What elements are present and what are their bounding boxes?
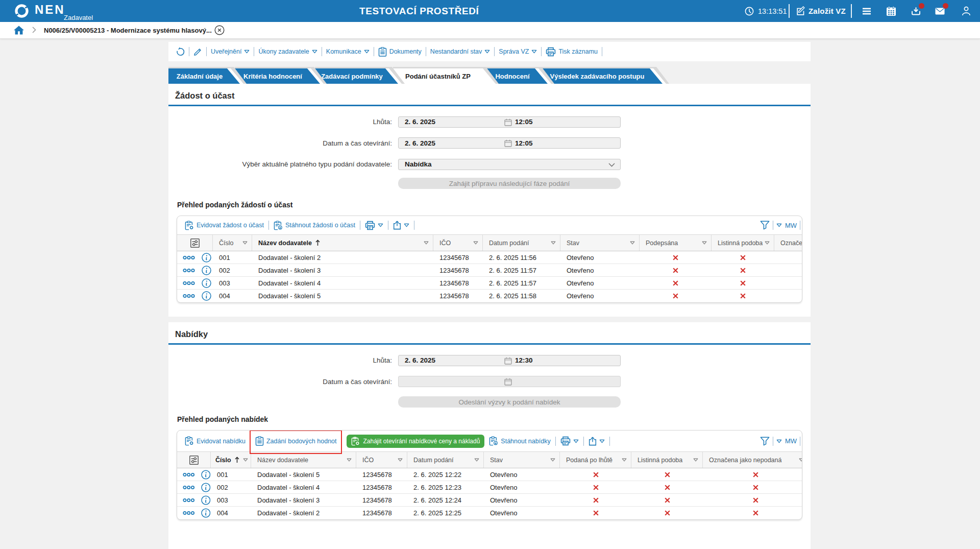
info-icon[interactable] [202, 253, 211, 262]
info-icon[interactable] [201, 483, 211, 492]
filter-caret-icon[interactable] [474, 458, 479, 462]
filter-caret-icon[interactable] [242, 241, 248, 245]
row-actions-icon[interactable] [183, 268, 195, 273]
home-icon[interactable] [14, 26, 24, 35]
filter-caret-icon[interactable] [630, 241, 635, 245]
filter-caret-icon[interactable] [347, 458, 352, 462]
start-next-phase-button[interactable]: Zahájit přípravu následující fáze podání [398, 178, 621, 189]
header-datum-podani[interactable]: Datum podání [483, 235, 560, 251]
menu-nestandardni-stav[interactable]: Nestandardní stav [430, 48, 490, 55]
header-podepsana[interactable]: Podepsána [640, 235, 712, 251]
filter-icon[interactable] [760, 221, 770, 230]
filter-caret-icon[interactable] [622, 458, 627, 462]
export-button[interactable] [589, 437, 605, 446]
download-offers-button[interactable]: Stáhnout nabídky [489, 436, 550, 446]
filter-caret-icon[interactable] [550, 458, 555, 462]
column-settings-header[interactable] [177, 235, 213, 251]
header-nazev-dodavatele[interactable]: Název dodavatele [252, 235, 433, 251]
close-breadcrumb-icon[interactable] [214, 25, 225, 35]
print-button[interactable] [560, 436, 579, 446]
tab-kriteria-hodnoceni[interactable]: Kritéria hodnocení [235, 68, 320, 84]
info-icon[interactable] [201, 470, 211, 480]
filter-icon[interactable] [760, 437, 770, 446]
mw-toggle[interactable]: MW [785, 437, 797, 445]
table-row[interactable]: 004 Dodavatel - školení 2 12345678 2. 6.… [177, 507, 802, 519]
caret-down-icon[interactable] [776, 439, 782, 443]
tab-zakladni-udaje[interactable]: Základní údaje [168, 68, 240, 84]
filter-caret-icon[interactable] [765, 241, 770, 245]
register-request-button[interactable]: Evidovat žádost o účast [185, 221, 264, 230]
calendar-button[interactable] [886, 0, 896, 22]
menu-komunikace[interactable]: Komunikace [326, 48, 370, 55]
column-settings-header[interactable] [177, 452, 211, 468]
info-icon[interactable] [201, 508, 211, 518]
menu-tisk-zaznamu[interactable]: Tisk záznamu [546, 47, 598, 57]
row-actions-icon[interactable] [183, 294, 195, 298]
table-row[interactable]: 003 Dodavatel - školení 3 12345678 2. 6.… [177, 494, 802, 507]
filter-caret-icon[interactable] [398, 458, 403, 462]
row-actions-icon[interactable] [183, 281, 195, 285]
filter-caret-icon[interactable] [702, 241, 707, 245]
header-listinna-podoba[interactable]: Listinná podoba [631, 452, 703, 468]
row-actions-icon[interactable] [183, 472, 194, 477]
menu-dokumenty[interactable]: Dokumenty [378, 47, 422, 57]
filter-caret-icon[interactable] [799, 458, 802, 462]
menu-button[interactable] [863, 0, 871, 22]
history-button[interactable] [176, 47, 185, 56]
breadcrumb-item[interactable]: N006/25/V00005213 - Modernizace systému … [44, 27, 212, 34]
table-row[interactable]: 003 Dodavatel - školení 4 12345678 2. 6.… [177, 277, 802, 290]
send-call-button[interactable]: Odeslání výzvy k podání nabídek [398, 396, 621, 408]
edit-button[interactable] [193, 47, 202, 56]
info-icon[interactable] [202, 291, 211, 301]
header-oznacena[interactable]: Označena jako nepodaná [774, 235, 802, 251]
download-requests-button[interactable]: Stáhnout žádosti o účast [274, 221, 355, 230]
tab-zadavaci-podminky[interactable]: Zadávací podmínky [315, 68, 398, 84]
row-actions-icon[interactable] [183, 511, 194, 515]
tab-vysledek-zadavaciho-postupu[interactable]: Výsledek zadávacího postupu [541, 68, 663, 84]
downloads-button[interactable] [911, 0, 921, 22]
deadline-datetime-field[interactable]: 2. 6. 2025 12:05 [398, 116, 621, 128]
enter-points-button[interactable]: Zadání bodových hodnot [255, 436, 337, 446]
create-vz-button[interactable]: Založit VZ [796, 0, 846, 22]
header-stav[interactable]: Stav [484, 452, 560, 468]
header-datum-podani[interactable]: Datum podání [407, 452, 484, 468]
submission-type-select[interactable]: Nabídka [398, 159, 621, 170]
row-actions-icon[interactable] [183, 485, 194, 490]
tab-podani-ucastniku-zp[interactable]: Podání účastníků ZP [393, 68, 492, 84]
header-podana-po-lhute[interactable]: Podaná po lhůtě [560, 452, 631, 468]
header-listinna-podoba[interactable]: Listinná podoba [712, 235, 774, 251]
register-offer-button[interactable]: Evidovat nabídku [185, 436, 246, 446]
filter-caret-icon[interactable] [551, 241, 556, 245]
filter-caret-icon[interactable] [693, 458, 698, 462]
caret-down-icon[interactable] [776, 223, 782, 227]
export-button[interactable] [393, 221, 409, 230]
header-oznacena[interactable]: Označena jako nepodaná [703, 452, 802, 468]
header-stav[interactable]: Stav [560, 235, 640, 251]
filter-caret-icon[interactable] [473, 241, 478, 245]
filter-caret-icon[interactable] [243, 458, 248, 462]
info-icon[interactable] [202, 266, 211, 275]
header-ico[interactable]: IČO [433, 235, 483, 251]
header-nazev-dodavatele[interactable]: Název dodavatele [251, 452, 356, 468]
table-row[interactable]: 001 Dodavatel - školení 2 12345678 2. 6.… [177, 251, 802, 264]
table-row[interactable]: 002 Dodavatel - školení 4 12345678 2. 6.… [177, 481, 802, 494]
info-icon[interactable] [201, 495, 211, 505]
menu-uverejneni[interactable]: Uveřejnění [211, 48, 250, 55]
info-icon[interactable] [202, 278, 211, 288]
offers-deadline-datetime-field[interactable]: 2. 6. 2025 12:30 [398, 355, 621, 366]
table-row[interactable]: 001 Dodavatel - školení 5 12345678 2. 6.… [177, 468, 802, 481]
header-cislo[interactable]: Číslo [213, 235, 252, 251]
mw-toggle[interactable]: MW [785, 222, 797, 229]
open-prices-button[interactable]: Zahájit otevírání nabídkové ceny a nákla… [347, 435, 485, 448]
opening-datetime-field[interactable]: 2. 6. 2025 12:05 [398, 137, 621, 149]
row-actions-icon[interactable] [183, 498, 194, 503]
row-actions-icon[interactable] [183, 255, 195, 260]
menu-sprava-vz[interactable]: Správa VZ [499, 48, 537, 55]
nen-brand[interactable]: NEN Zadavatel [13, 3, 101, 22]
table-row[interactable]: 002 Dodavatel - školení 3 12345678 2. 6.… [177, 264, 802, 277]
filter-caret-icon[interactable] [424, 241, 429, 245]
menu-ukony-zadavatele[interactable]: Úkony zadavatele [258, 48, 317, 55]
header-cislo[interactable]: Číslo [211, 452, 251, 468]
messages-button[interactable] [935, 0, 945, 22]
print-button[interactable] [365, 221, 383, 230]
